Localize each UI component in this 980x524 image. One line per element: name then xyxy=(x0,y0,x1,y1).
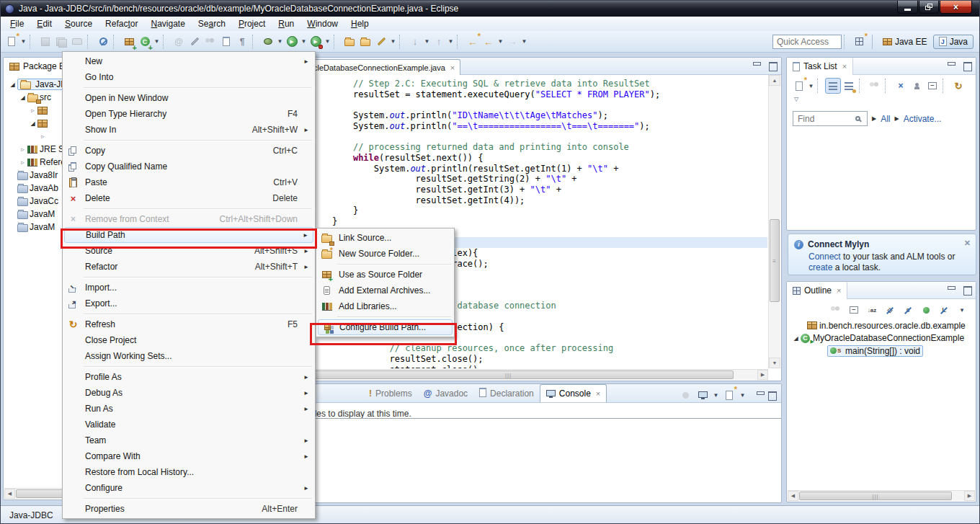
tree-expander-icon[interactable]: ◢ xyxy=(8,81,17,88)
close-button[interactable]: × xyxy=(940,1,972,14)
close-tab-icon[interactable]: × xyxy=(596,389,600,398)
task-list-collapse-all-button[interactable]: − xyxy=(925,78,940,94)
find-input[interactable] xyxy=(796,113,852,125)
outline-hide-static-members-button[interactable]: s xyxy=(900,302,916,318)
mark-occurrences-button[interactable] xyxy=(373,34,389,50)
menubar-source[interactable]: Source xyxy=(58,17,99,30)
tree-expander-icon[interactable]: ◢ xyxy=(28,120,37,127)
outline-hscrollbar[interactable]: ◀ ||| ▶ xyxy=(788,490,975,501)
run-button[interactable]: ▶ xyxy=(284,34,300,50)
skip-all-breakpoints-button[interactable] xyxy=(95,34,111,50)
menubar-refactor[interactable]: Refactor xyxy=(99,17,144,30)
mark-occurrences-dropdown[interactable]: ▼ xyxy=(389,34,397,50)
run-dropdown[interactable]: ▼ xyxy=(300,34,308,50)
tab-outline[interactable]: Outline × xyxy=(787,282,847,299)
menu-item-configure[interactable]: Configure► xyxy=(64,480,313,496)
task-list-scheduled-presentation-button[interactable] xyxy=(841,78,857,94)
open-type-button[interactable] xyxy=(342,34,357,50)
close-view-icon[interactable]: × xyxy=(837,286,841,295)
outline-item-in-bench-resources-oracle-db-example[interactable]: in.bench.resources.oracle.db.example xyxy=(787,319,976,332)
menu-item-export[interactable]: ↗Export... xyxy=(64,296,313,311)
console-open-console-dropdown[interactable]: ▼ xyxy=(739,387,747,403)
menu-item-team[interactable]: Team► xyxy=(64,432,313,448)
menu-item-validate[interactable]: Validate xyxy=(64,417,313,432)
new-java-class-dropdown[interactable]: ▼ xyxy=(153,34,161,50)
back-button[interactable]: ← xyxy=(481,34,496,50)
connect-link[interactable]: Connect xyxy=(808,252,841,262)
menu-item-debug-as[interactable]: Debug As► xyxy=(64,385,313,401)
new-dropdown[interactable]: ▼ xyxy=(19,34,27,50)
menu-item-build-path[interactable]: Build Path► xyxy=(64,227,313,243)
scroll-left-arrow[interactable]: ◀ xyxy=(788,491,798,501)
close-notification-icon[interactable]: ✕ xyxy=(964,239,971,248)
scrollbar-thumb[interactable]: ≡ xyxy=(770,219,780,302)
menu-item-assign-working-sets[interactable]: Assign Working Sets... xyxy=(64,348,313,364)
menu-item-open-type-hierarchy[interactable]: Open Type HierarchyF4 xyxy=(64,106,313,122)
editor-vscrollbar[interactable]: ▲ ≡ ▼ xyxy=(768,75,780,368)
new-button[interactable]: * xyxy=(4,34,19,50)
task-list-categorized-presentation-button[interactable] xyxy=(825,78,841,94)
menubar-project[interactable]: Project xyxy=(232,17,272,30)
task-list-synchronize-button[interactable]: ↻ xyxy=(950,78,966,94)
menu-item-copy[interactable]: CopyCtrl+C xyxy=(64,143,313,159)
maximize-view-icon[interactable] xyxy=(962,285,972,294)
menubar-search[interactable]: Search xyxy=(192,17,232,30)
quick-access-input[interactable] xyxy=(772,35,842,49)
close-view-icon[interactable]: × xyxy=(842,62,847,71)
new-java-class-button[interactable]: C+ xyxy=(137,34,153,50)
activate-link[interactable]: Activate... xyxy=(904,114,942,124)
menu-item-show-in[interactable]: Show InAlt+Shift+W► xyxy=(64,122,313,138)
minimize-view-icon[interactable] xyxy=(946,285,956,294)
task-list-group-by-category-button[interactable] xyxy=(909,78,925,94)
menu-item-link-source[interactable]: Link Source... xyxy=(318,230,453,246)
outline-collapse-all-button[interactable]: − xyxy=(846,302,862,318)
menubar-edit[interactable]: Edit xyxy=(30,17,58,30)
next-annotation-button[interactable]: ↓ xyxy=(407,34,423,50)
tree-expander-icon[interactable]: ▹ xyxy=(18,159,27,166)
tree-expander-icon[interactable]: ▹ xyxy=(18,146,27,153)
external-tools-button[interactable]: ▶ xyxy=(308,34,324,50)
outline-hide-fields-button[interactable]: ◇ xyxy=(882,302,898,318)
menubar-window[interactable]: Window xyxy=(300,17,344,30)
tree-expander-icon[interactable]: ▹ xyxy=(38,133,48,140)
previous-annotation-dropdown[interactable]: ▼ xyxy=(447,34,455,50)
menubar-file[interactable]: File xyxy=(4,17,30,30)
menubar-run[interactable]: Run xyxy=(272,17,300,30)
minimize-button[interactable] xyxy=(897,1,918,14)
close-tab-icon[interactable]: × xyxy=(450,63,455,72)
toolbar-overflow-chevron-icon[interactable]: ▽ xyxy=(794,96,798,102)
tree-expander-icon[interactable]: ◢ xyxy=(791,335,801,342)
scrollbar-thumb[interactable]: ||| xyxy=(283,370,734,379)
menu-item-run-as[interactable]: Run As► xyxy=(64,401,313,417)
scroll-right-arrow[interactable]: ▶ xyxy=(964,491,975,501)
create-task-link[interactable]: create xyxy=(808,262,832,272)
maximize-view-icon[interactable] xyxy=(767,61,778,70)
outline-view-menu-button[interactable]: ▾ xyxy=(954,302,970,318)
menu-item-add-external-archives[interactable]: Add External Archives... xyxy=(318,283,453,298)
menu-item-close-project[interactable]: Close Project xyxy=(64,332,313,348)
scroll-left-arrow[interactable]: ◀ xyxy=(4,489,15,499)
scroll-up-arrow[interactable]: ▲ xyxy=(769,75,780,86)
outline-item-main-string-void[interactable]: Smain(String[]) : void xyxy=(787,345,976,358)
tab-console[interactable]: Console× xyxy=(540,384,607,402)
menu-item-refresh[interactable]: ↻RefreshF5 xyxy=(64,316,313,332)
scope-all-link[interactable]: All xyxy=(881,114,890,124)
scroll-down-arrow[interactable]: ▼ xyxy=(769,358,780,368)
outline-hide-non-public-members-button[interactable] xyxy=(918,302,934,318)
menu-item-compare-with[interactable]: Compare With► xyxy=(64,448,313,464)
menu-item-open-in-new-window[interactable]: Open in New Window xyxy=(64,90,313,106)
maximize-view-icon[interactable] xyxy=(767,391,777,399)
open-task-button[interactable] xyxy=(357,34,373,50)
tree-expander-icon[interactable]: ▹ xyxy=(28,107,37,114)
menu-item-new[interactable]: New► xyxy=(64,53,313,69)
menu-item-add-libraries[interactable]: Add Libraries... xyxy=(318,298,453,314)
menu-item-paste[interactable]: PasteCtrl+V xyxy=(64,174,313,190)
menu-item-source[interactable]: SourceAlt+Shift+S► xyxy=(64,243,313,259)
menu-item-copy-qualified-name[interactable]: Copy Qualified Name xyxy=(64,159,313,174)
task-list-new-task-dropdown[interactable]: ▼ xyxy=(807,78,815,94)
tab-javadoc[interactable]: @Javadoc xyxy=(418,384,473,402)
minimize-view-icon[interactable] xyxy=(946,61,956,70)
format-button[interactable] xyxy=(187,34,202,50)
maximize-view-icon[interactable] xyxy=(962,61,972,70)
menu-item-new-source-folder[interactable]: *New Source Folder... xyxy=(318,246,453,262)
